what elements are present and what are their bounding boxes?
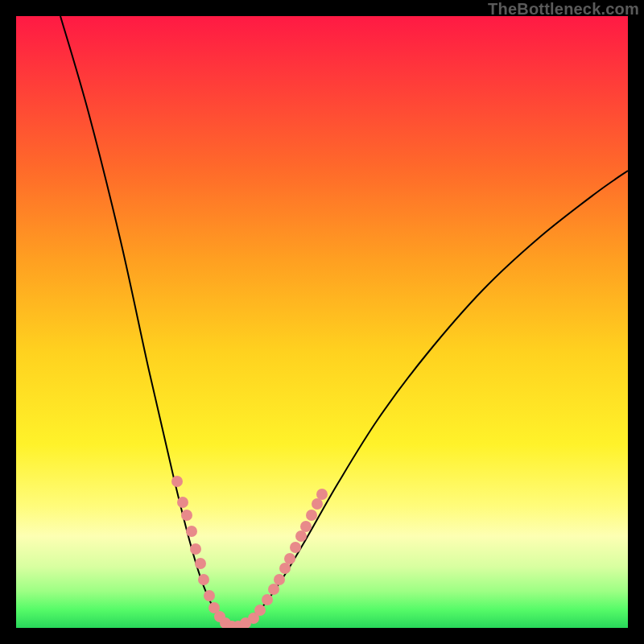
- data-point: [204, 590, 215, 601]
- curve-layer: [16, 16, 628, 628]
- data-point: [262, 594, 273, 605]
- data-point: [171, 476, 183, 487]
- data-point: [198, 574, 209, 585]
- data-point: [306, 510, 317, 521]
- data-point: [195, 558, 206, 569]
- data-point: [295, 530, 307, 542]
- data-point: [279, 563, 291, 574]
- data-point: [312, 498, 323, 510]
- plot-area: [16, 16, 628, 628]
- watermark-text: TheBottleneck.com: [488, 0, 639, 19]
- data-point: [274, 574, 285, 585]
- data-point: [290, 542, 301, 553]
- left-curve: [60, 16, 233, 626]
- data-point: [284, 553, 295, 564]
- data-point: [181, 510, 192, 521]
- data-point: [186, 526, 197, 537]
- scatter-dots: [171, 476, 328, 628]
- data-point: [300, 521, 312, 532]
- data-point: [177, 497, 188, 508]
- data-point: [316, 489, 328, 500]
- chart-frame: TheBottleneck.com: [0, 0, 644, 644]
- data-point: [268, 584, 279, 595]
- data-point: [190, 543, 201, 555]
- data-point: [254, 605, 266, 616]
